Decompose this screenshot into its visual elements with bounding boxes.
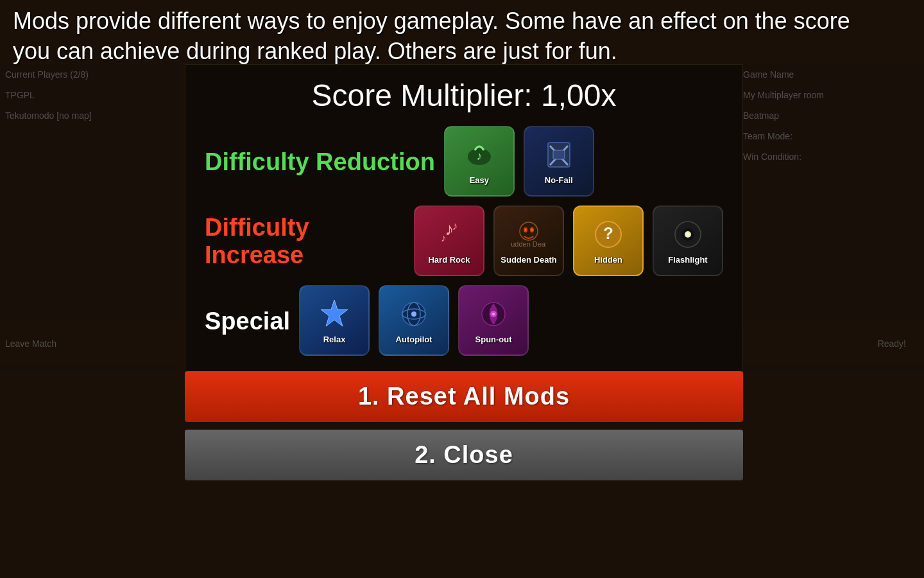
reset-all-mods-button[interactable]: 1. Reset All Mods: [185, 371, 743, 422]
mod-nofail-button[interactable]: No-Fail: [524, 126, 594, 197]
mod-easy-button[interactable]: ♪ Easy: [444, 126, 515, 197]
svg-text:♪: ♪: [452, 220, 458, 232]
beatmap-label: Beatmap: [738, 105, 924, 126]
svg-text:?: ?: [603, 223, 613, 243]
mod-spunout-button[interactable]: Spun-out: [458, 285, 529, 356]
description-line1: Mods provide different ways to enjoy gam…: [13, 6, 911, 37]
leave-match-btn: Leave Match: [0, 333, 62, 354]
nofail-icon: [542, 137, 576, 172]
svg-text:♪: ♪: [441, 232, 446, 243]
relax-icon: [317, 297, 352, 331]
player2-name: Tekutomodo [no map]: [0, 105, 180, 126]
mod-autopilot-button[interactable]: Autopilot: [379, 285, 449, 356]
svg-point-25: [411, 311, 416, 317]
player1-name: TPGPL: [0, 85, 180, 105]
spunout-icon: [476, 297, 511, 331]
description-line2: you can achieve during ranked play. Othe…: [13, 37, 911, 67]
hardrock-icon: ♪ ♪ ♪: [432, 217, 466, 252]
suddendeath-label: Sudden Death: [501, 255, 556, 265]
svg-marker-21: [321, 300, 348, 326]
autopilot-icon: [397, 297, 431, 331]
score-multiplier: Score Multiplier: 1,00x: [205, 78, 723, 113]
special-label: Special: [205, 308, 290, 335]
mods-panel: Score Multiplier: 1,00x Difficulty Reduc…: [185, 64, 743, 385]
action-buttons: 1. Reset All Mods 2. Close: [185, 371, 743, 480]
difficulty-increase-section: Difficulty Increase ♪ ♪ ♪ Hard Rock: [205, 206, 723, 279]
ready-btn: Ready!: [873, 333, 911, 354]
svg-point-28: [492, 313, 495, 315]
hidden-label: Hidden: [594, 255, 622, 265]
svg-point-13: [531, 229, 533, 231]
mod-flashlight-button[interactable]: Flashlight: [653, 206, 723, 276]
svg-rect-5: [553, 150, 565, 159]
relax-label: Relax: [323, 335, 346, 344]
flashlight-icon: [671, 217, 705, 252]
spunout-label: Spun-out: [475, 335, 512, 344]
difficulty-reduction-label: Difficulty Reduction: [205, 148, 435, 176]
win-condition-label: Win Condition:: [738, 146, 924, 167]
svg-point-9: [520, 222, 538, 240]
suddendeath-icon: Sudden Death: [511, 217, 546, 252]
difficulty-increase-label: Difficulty Increase: [205, 214, 405, 269]
difficulty-reduction-section: Difficulty Reduction ♪ Easy No: [205, 126, 723, 199]
nofail-label: No-Fail: [545, 175, 573, 185]
description-area: Mods provide different ways to enjoy gam…: [0, 0, 924, 73]
easy-label: Easy: [470, 175, 489, 185]
special-mods: Relax Autopilot: [299, 285, 529, 356]
easy-icon: ♪: [462, 137, 497, 172]
flashlight-label: Flashlight: [668, 255, 707, 265]
mod-hardrock-button[interactable]: ♪ ♪ ♪ Hard Rock: [414, 206, 484, 276]
difficulty-increase-mods: ♪ ♪ ♪ Hard Rock Sudden Death Sudden Dea: [414, 206, 723, 276]
svg-point-12: [525, 229, 527, 231]
mod-suddendeath-button[interactable]: Sudden Death Sudden Death: [493, 206, 564, 276]
team-mode-label: Team Mode:: [738, 126, 924, 146]
mod-hidden-button[interactable]: ? Hidden: [573, 206, 644, 276]
svg-text:Sudden Death: Sudden Death: [511, 240, 546, 248]
difficulty-reduction-mods: ♪ Easy No-Fail: [444, 126, 594, 197]
svg-point-20: [686, 232, 690, 236]
close-button[interactable]: 2. Close: [185, 430, 743, 480]
autopilot-label: Autopilot: [396, 335, 432, 344]
game-name-value: My Multiplayer room: [738, 85, 924, 105]
hidden-icon: ?: [591, 217, 626, 252]
special-section: Special Relax Autopilot: [205, 285, 723, 358]
hardrock-label: Hard Rock: [428, 255, 470, 265]
svg-text:♪: ♪: [476, 150, 482, 162]
mod-relax-button[interactable]: Relax: [299, 285, 370, 356]
